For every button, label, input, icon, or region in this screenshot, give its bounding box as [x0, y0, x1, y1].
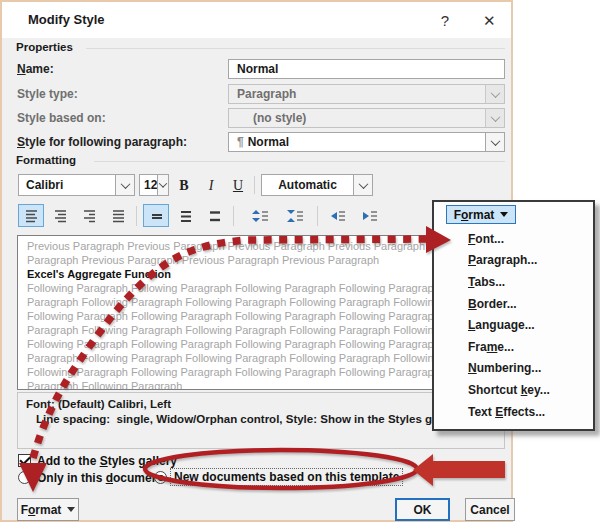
preview-sample-text: Excel's Aggregate Function — [27, 268, 171, 280]
font-name-value: Calibri — [19, 178, 115, 192]
dialog-title: Modify Style — [28, 12, 105, 27]
cancel-button[interactable]: Cancel — [465, 498, 515, 521]
bold-button[interactable]: B — [173, 174, 195, 197]
preview-previous-text: Previous Paragraph Previous Paragraph Pr… — [27, 240, 471, 266]
font-name-combo[interactable]: Calibri — [18, 174, 135, 196]
format-menu-popup: Format Font... Paragraph... Tabs... Bord… — [432, 200, 595, 431]
align-left-icon — [25, 209, 37, 223]
format-button[interactable]: Format — [17, 498, 79, 521]
increase-indent-icon — [363, 209, 377, 223]
decrease-paragraph-spacing-button[interactable] — [280, 204, 310, 227]
close-button[interactable]: ✕ — [477, 10, 499, 30]
style-based-on-combo: (no style) — [228, 108, 505, 128]
align-justify-button[interactable] — [105, 204, 131, 227]
chevron-down-icon — [358, 179, 368, 189]
checkmark-icon — [19, 453, 30, 464]
underline-button[interactable]: U — [227, 174, 249, 197]
font-size-chevron[interactable] — [157, 175, 168, 195]
decrease-indent-button[interactable] — [324, 204, 352, 227]
align-center-button[interactable] — [47, 204, 73, 227]
name-input[interactable] — [228, 59, 505, 79]
single-spacing-icon — [150, 209, 162, 223]
add-to-gallery-checkbox[interactable] — [18, 454, 31, 467]
caret-down-icon — [67, 507, 75, 512]
add-to-gallery-label: Add to the Styles gallery — [37, 454, 177, 468]
format-button-label: Format — [21, 503, 62, 517]
line-spacing-1-5-button[interactable] — [172, 204, 198, 227]
font-color-value: Automatic — [262, 178, 353, 192]
style-based-on-chevron — [485, 109, 504, 127]
decrease-indent-icon — [331, 209, 345, 223]
format-menu-item[interactable]: Frame... — [434, 336, 593, 358]
style-type-value: Paragraph — [229, 87, 485, 101]
toolbar-separator — [254, 176, 255, 194]
format-menu-item[interactable]: Language... — [434, 314, 593, 336]
format-menu-item[interactable]: Shortcut key... — [434, 379, 593, 401]
only-in-document-label: Only in this document — [37, 471, 163, 485]
preview-following-text: Following Paragraph Following Paragraph … — [27, 282, 494, 390]
chevron-down-icon — [159, 179, 167, 187]
font-size-combo[interactable]: 12 — [139, 174, 169, 196]
popup-format-button-label: Format — [454, 208, 495, 222]
chevron-down-icon — [490, 88, 500, 98]
style-type-chevron — [485, 85, 504, 103]
italic-button[interactable]: I — [200, 174, 222, 197]
dialog-titlebar: Modify Style ? ✕ — [2, 2, 511, 38]
decrease-spacing-icon — [287, 209, 303, 223]
format-menu-item[interactable]: Text Effects... — [434, 401, 593, 423]
only-in-document-radio[interactable] — [18, 471, 31, 484]
name-label: Name: — [17, 62, 54, 76]
description-line-2: Line spacing: single, Widow/Orphan contr… — [26, 412, 496, 427]
one-half-spacing-icon — [179, 209, 191, 223]
style-type-label: Style type: — [17, 87, 78, 101]
ok-button[interactable]: OK — [395, 498, 450, 521]
properties-rule — [86, 48, 505, 49]
formatting-section-label: Formatting — [16, 154, 82, 166]
toolbar-separator — [136, 206, 137, 226]
align-justify-icon — [112, 209, 124, 223]
radio-dot — [158, 475, 164, 481]
format-menu-item[interactable]: Numbering... — [434, 358, 593, 380]
align-right-button[interactable] — [76, 204, 102, 227]
style-following-label: Style for following paragraph: — [17, 135, 187, 149]
style-following-combo[interactable]: ¶ Normal — [228, 132, 505, 152]
format-menu-item[interactable]: Tabs... — [434, 271, 593, 293]
toolbar-separator — [233, 206, 234, 226]
format-menu-item[interactable]: Border... — [434, 293, 593, 315]
style-based-on-value: (no style) — [229, 111, 485, 125]
chevron-down-icon — [120, 179, 130, 189]
chevron-down-icon — [490, 112, 500, 122]
align-right-icon — [83, 209, 95, 223]
popup-format-button[interactable]: Format — [446, 205, 516, 224]
line-spacing-double-button[interactable] — [201, 204, 227, 227]
font-color-combo[interactable]: Automatic — [261, 174, 373, 196]
align-center-icon — [54, 209, 66, 223]
style-based-on-label: Style based on: — [17, 111, 106, 125]
align-left-button[interactable] — [18, 204, 44, 227]
toolbar-separator — [317, 206, 318, 226]
increase-indent-button[interactable] — [356, 204, 384, 227]
new-documents-label: New documents based on this template — [170, 468, 403, 486]
caret-down-icon — [500, 212, 508, 217]
format-menu-list: Font... Paragraph... Tabs... Border... L… — [434, 228, 593, 427]
chevron-down-icon — [490, 136, 500, 146]
format-menu-item[interactable]: Paragraph... — [434, 250, 593, 272]
increase-spacing-icon — [252, 209, 268, 223]
increase-paragraph-spacing-button[interactable] — [245, 204, 275, 227]
format-menu-item[interactable]: Font... — [434, 228, 593, 250]
description-line-1: Font: (Default) Calibri, Left — [26, 397, 496, 412]
properties-section-label: Properties — [16, 41, 79, 53]
double-spacing-icon — [208, 209, 220, 223]
page-background: Modify Style ? ✕ Properties Name: Style … — [0, 0, 600, 524]
line-spacing-single-button[interactable] — [143, 204, 169, 227]
font-name-chevron[interactable] — [115, 175, 134, 195]
font-size-value: 12 — [140, 178, 157, 192]
style-type-combo: Paragraph — [228, 84, 505, 104]
style-following-value: Normal — [248, 135, 485, 149]
pilcrow-icon: ¶ — [229, 135, 248, 149]
help-button[interactable]: ? — [434, 10, 456, 30]
font-color-chevron[interactable] — [353, 175, 372, 195]
formatting-rule — [94, 161, 505, 162]
style-following-chevron[interactable] — [485, 133, 504, 151]
new-documents-radio[interactable] — [154, 471, 167, 484]
